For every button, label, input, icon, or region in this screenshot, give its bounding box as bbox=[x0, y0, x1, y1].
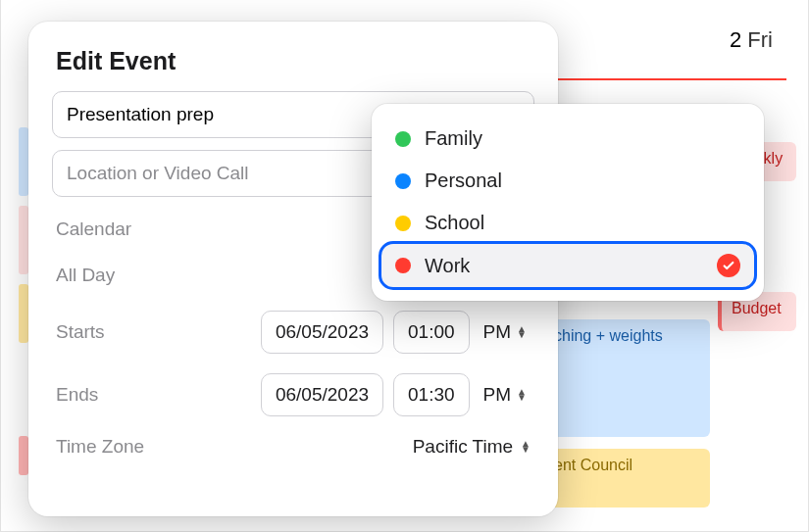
stepper-icon: ▲▼ bbox=[517, 326, 527, 338]
timezone-row: Time Zone Pacific Time ▲▼ bbox=[52, 426, 534, 467]
stepper-icon: ▲▼ bbox=[521, 441, 531, 453]
popover-title: Edit Event bbox=[56, 47, 534, 75]
allday-chip bbox=[19, 206, 28, 274]
starts-date-input[interactable]: 06/05/2023 bbox=[261, 311, 383, 354]
day-name: Fri bbox=[747, 27, 773, 52]
calendar-option-label: School bbox=[425, 212, 484, 234]
app-window: 2Fri Weekly Budget ching + weights ent C… bbox=[0, 0, 809, 532]
calendar-option-work[interactable]: Work bbox=[381, 244, 754, 287]
all-day-strip bbox=[19, 127, 28, 492]
ends-time-input[interactable]: 01:30 bbox=[393, 373, 470, 416]
calendar-option-family[interactable]: Family bbox=[381, 118, 754, 160]
starts-row: Starts 06/05/2023 01:00 PM ▲▼ bbox=[52, 301, 534, 363]
timezone-value: Pacific Time bbox=[413, 436, 513, 458]
calendar-option-label: Work bbox=[425, 255, 470, 277]
allday-chip bbox=[19, 127, 28, 196]
allday-chip bbox=[19, 284, 28, 343]
color-dot-icon bbox=[395, 131, 411, 147]
timezone-label: Time Zone bbox=[56, 436, 144, 458]
starts-label: Starts bbox=[56, 321, 105, 343]
event-stretch[interactable]: ching + weights bbox=[544, 319, 710, 437]
calendar-dropdown: FamilyPersonalSchoolWork bbox=[372, 104, 764, 301]
stepper-icon: ▲▼ bbox=[517, 389, 527, 401]
color-dot-icon bbox=[395, 216, 411, 231]
calendar-option-personal[interactable]: Personal bbox=[381, 160, 754, 202]
starts-time-input[interactable]: 01:00 bbox=[393, 311, 470, 354]
color-dot-icon bbox=[395, 173, 411, 189]
allday-chip bbox=[19, 436, 28, 475]
allday-label: All Day bbox=[56, 265, 115, 286]
starts-ampm-value: PM bbox=[483, 321, 512, 343]
timezone-select[interactable]: Pacific Time ▲▼ bbox=[413, 436, 531, 458]
current-time-indicator bbox=[550, 78, 786, 80]
day-number: 2 bbox=[730, 27, 741, 52]
checkmark-icon bbox=[717, 254, 740, 277]
ends-ampm-select[interactable]: PM ▲▼ bbox=[480, 384, 531, 406]
starts-ampm-select[interactable]: PM ▲▼ bbox=[480, 321, 531, 343]
event-council[interactable]: ent Council bbox=[544, 449, 710, 508]
calendar-option-label: Family bbox=[425, 127, 482, 150]
calendar-option-label: Personal bbox=[425, 169, 502, 192]
calendar-option-school[interactable]: School bbox=[381, 202, 754, 244]
ends-row: Ends 06/05/2023 01:30 PM ▲▼ bbox=[52, 363, 534, 426]
color-dot-icon bbox=[395, 258, 411, 273]
calendar-label: Calendar bbox=[56, 218, 131, 240]
ends-date-input[interactable]: 06/05/2023 bbox=[261, 373, 383, 416]
ends-ampm-value: PM bbox=[483, 384, 512, 406]
ends-label: Ends bbox=[56, 384, 98, 406]
day-header: 2Fri bbox=[730, 27, 773, 53]
